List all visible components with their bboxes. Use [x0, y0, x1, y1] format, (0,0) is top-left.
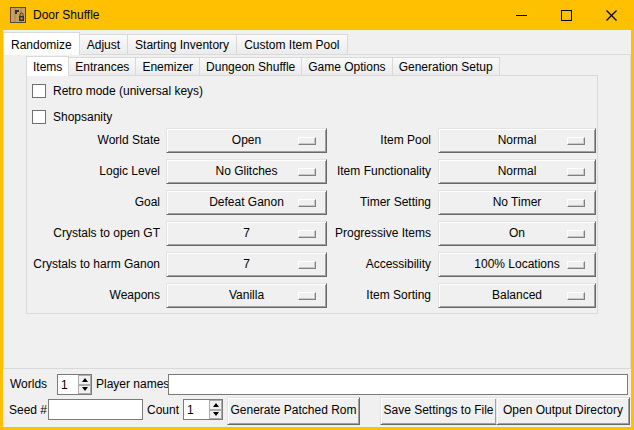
door-lock-icon: [10, 7, 26, 23]
logic-level-label: Logic Level: [27, 159, 160, 184]
worlds-label: Worlds: [10, 374, 47, 394]
crystals-ganon-label: Crystals to harm Ganon: [27, 252, 160, 277]
worlds-spinner[interactable]: [57, 374, 92, 395]
world-state-label: World State: [27, 128, 160, 153]
close-button[interactable]: [589, 0, 634, 30]
count-input[interactable]: [184, 400, 209, 419]
minimize-icon: [516, 15, 527, 16]
worlds-input[interactable]: [58, 375, 78, 394]
tab-starting-inventory[interactable]: Starting Inventory: [127, 34, 237, 54]
count-spin-down-button[interactable]: [209, 410, 222, 420]
item-functionality-dropdown[interactable]: Normal: [438, 159, 596, 184]
arrow-up-icon: [213, 403, 219, 407]
seed-input[interactable]: [48, 399, 143, 420]
worlds-spin-up-button[interactable]: [78, 375, 91, 385]
worlds-spin-down-button[interactable]: [78, 385, 91, 395]
player-names-input[interactable]: [168, 374, 628, 395]
tab-generation-setup[interactable]: Generation Setup: [392, 57, 500, 75]
goal-label: Goal: [27, 190, 160, 215]
maximize-icon: [561, 10, 572, 21]
timer-setting-dropdown[interactable]: No Timer: [438, 190, 596, 215]
option-menu-slit-icon: [567, 261, 585, 269]
arrow-down-icon: [213, 412, 219, 416]
tab-custom-item-pool[interactable]: Custom Item Pool: [236, 34, 347, 54]
tab-randomize[interactable]: Randomize: [3, 32, 80, 55]
option-menu-slit-icon: [567, 199, 585, 207]
option-menu-slit-icon: [567, 168, 585, 176]
tab-adjust[interactable]: Adjust: [79, 34, 128, 54]
arrow-up-icon: [82, 378, 88, 382]
generate-rom-button[interactable]: Generate Patched Rom: [227, 397, 360, 425]
seed-label: Seed #: [9, 400, 47, 420]
accessibility-label: Accessibility: [260, 252, 431, 277]
item-functionality-label: Item Functionality: [260, 159, 431, 184]
open-output-button[interactable]: Open Output Directory: [496, 397, 630, 425]
item-sorting-dropdown[interactable]: Balanced: [438, 283, 596, 308]
count-spinner[interactable]: [183, 399, 223, 420]
items-tab-panel: Retro mode (universal keys) Shopsanity W…: [26, 75, 598, 314]
retro-mode-checkbox[interactable]: [32, 84, 46, 98]
item-pool-label: Item Pool: [260, 128, 431, 153]
option-menu-slit-icon: [567, 292, 585, 300]
shopsanity-checkbox[interactable]: [32, 110, 46, 124]
item-pool-dropdown[interactable]: Normal: [438, 128, 596, 153]
tab-entrances[interactable]: Entrances: [68, 57, 136, 75]
save-settings-button[interactable]: Save Settings to File: [380, 397, 497, 425]
player-names-label: Player names: [96, 374, 169, 394]
retro-mode-label: Retro mode (universal keys): [53, 84, 203, 98]
shopsanity-label: Shopsanity: [53, 110, 112, 124]
window-title: Door Shuffle: [33, 0, 100, 30]
weapons-label: Weapons: [27, 283, 160, 308]
option-menu-slit-icon: [567, 137, 585, 145]
minimize-button[interactable]: [499, 0, 544, 30]
progressive-items-label: Progressive Items: [260, 221, 431, 246]
randomize-sub-tabstrip: Items Entrances Enemizer Dungeon Shuffle…: [26, 58, 499, 75]
maximize-button[interactable]: [544, 0, 589, 30]
count-spin-up-button[interactable]: [209, 400, 222, 410]
progressive-items-dropdown[interactable]: On: [438, 221, 596, 246]
tab-dungeon-shuffle[interactable]: Dungeon Shuffle: [199, 57, 302, 75]
count-label: Count: [147, 400, 179, 420]
tab-enemizer[interactable]: Enemizer: [135, 57, 200, 75]
option-menu-slit-icon: [567, 230, 585, 238]
tab-game-options[interactable]: Game Options: [301, 57, 392, 75]
door-shuffle-window: Door Shuffle Randomize Adjust Starting I…: [0, 0, 634, 430]
shopsanity-option[interactable]: Shopsanity: [32, 110, 112, 124]
timer-setting-label: Timer Setting: [260, 190, 431, 215]
item-sorting-label: Item Sorting: [260, 283, 431, 308]
crystals-gt-label: Crystals to open GT: [27, 221, 160, 246]
title-bar: Door Shuffle: [0, 0, 634, 30]
accessibility-dropdown[interactable]: 100% Locations: [438, 252, 596, 277]
tab-items[interactable]: Items: [26, 56, 69, 76]
close-icon: [606, 10, 617, 21]
arrow-down-icon: [82, 387, 88, 391]
main-tabstrip: Randomize Adjust Starting Inventory Cust…: [3, 31, 631, 55]
retro-mode-option[interactable]: Retro mode (universal keys): [32, 84, 203, 98]
